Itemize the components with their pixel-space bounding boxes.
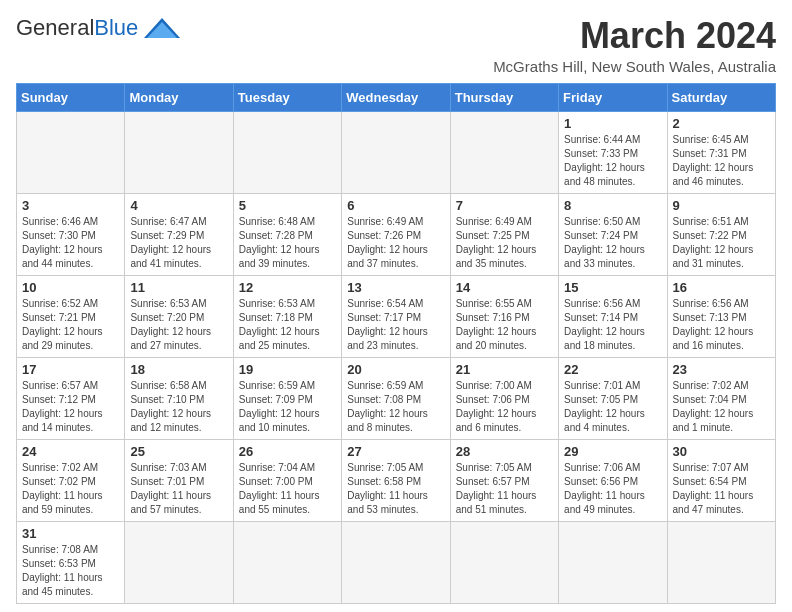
calendar-week-row: 1Sunrise: 6:44 AM Sunset: 7:33 PM Daylig… [17, 111, 776, 193]
day-info: Sunrise: 6:57 AM Sunset: 7:12 PM Dayligh… [22, 379, 119, 435]
day-number: 29 [564, 444, 661, 459]
calendar-week-row: 24Sunrise: 7:02 AM Sunset: 7:02 PM Dayli… [17, 439, 776, 521]
day-info: Sunrise: 6:48 AM Sunset: 7:28 PM Dayligh… [239, 215, 336, 271]
calendar-cell [233, 111, 341, 193]
day-number: 26 [239, 444, 336, 459]
day-number: 5 [239, 198, 336, 213]
logo-blue: Blue [94, 15, 138, 40]
weekday-header-monday: Monday [125, 83, 233, 111]
page-container: GeneralBlue March 2024 McGraths Hill, Ne… [16, 16, 776, 604]
calendar-cell: 23Sunrise: 7:02 AM Sunset: 7:04 PM Dayli… [667, 357, 775, 439]
calendar-cell: 15Sunrise: 6:56 AM Sunset: 7:14 PM Dayli… [559, 275, 667, 357]
calendar-cell [342, 111, 450, 193]
day-number: 18 [130, 362, 227, 377]
logo-general: General [16, 15, 94, 40]
day-info: Sunrise: 6:52 AM Sunset: 7:21 PM Dayligh… [22, 297, 119, 353]
day-info: Sunrise: 6:53 AM Sunset: 7:18 PM Dayligh… [239, 297, 336, 353]
calendar-cell: 22Sunrise: 7:01 AM Sunset: 7:05 PM Dayli… [559, 357, 667, 439]
calendar-week-row: 10Sunrise: 6:52 AM Sunset: 7:21 PM Dayli… [17, 275, 776, 357]
logo-area: GeneralBlue [16, 16, 182, 40]
header: GeneralBlue March 2024 McGraths Hill, Ne… [16, 16, 776, 75]
day-info: Sunrise: 7:05 AM Sunset: 6:58 PM Dayligh… [347, 461, 444, 517]
calendar-cell: 12Sunrise: 6:53 AM Sunset: 7:18 PM Dayli… [233, 275, 341, 357]
day-info: Sunrise: 6:55 AM Sunset: 7:16 PM Dayligh… [456, 297, 553, 353]
day-number: 20 [347, 362, 444, 377]
day-info: Sunrise: 6:59 AM Sunset: 7:09 PM Dayligh… [239, 379, 336, 435]
day-number: 3 [22, 198, 119, 213]
calendar-cell [17, 111, 125, 193]
day-number: 12 [239, 280, 336, 295]
calendar-cell: 31Sunrise: 7:08 AM Sunset: 6:53 PM Dayli… [17, 521, 125, 603]
day-number: 23 [673, 362, 770, 377]
day-number: 24 [22, 444, 119, 459]
day-info: Sunrise: 6:59 AM Sunset: 7:08 PM Dayligh… [347, 379, 444, 435]
day-info: Sunrise: 6:58 AM Sunset: 7:10 PM Dayligh… [130, 379, 227, 435]
calendar-cell: 4Sunrise: 6:47 AM Sunset: 7:29 PM Daylig… [125, 193, 233, 275]
calendar-cell: 14Sunrise: 6:55 AM Sunset: 7:16 PM Dayli… [450, 275, 558, 357]
day-info: Sunrise: 6:49 AM Sunset: 7:25 PM Dayligh… [456, 215, 553, 271]
day-info: Sunrise: 6:51 AM Sunset: 7:22 PM Dayligh… [673, 215, 770, 271]
calendar-cell: 18Sunrise: 6:58 AM Sunset: 7:10 PM Dayli… [125, 357, 233, 439]
day-info: Sunrise: 7:00 AM Sunset: 7:06 PM Dayligh… [456, 379, 553, 435]
day-info: Sunrise: 7:04 AM Sunset: 7:00 PM Dayligh… [239, 461, 336, 517]
day-number: 15 [564, 280, 661, 295]
calendar-cell: 16Sunrise: 6:56 AM Sunset: 7:13 PM Dayli… [667, 275, 775, 357]
weekday-header-sunday: Sunday [17, 83, 125, 111]
title-area: March 2024 McGraths Hill, New South Wale… [493, 16, 776, 75]
day-info: Sunrise: 7:05 AM Sunset: 6:57 PM Dayligh… [456, 461, 553, 517]
calendar-cell: 20Sunrise: 6:59 AM Sunset: 7:08 PM Dayli… [342, 357, 450, 439]
calendar-cell [450, 111, 558, 193]
day-number: 10 [22, 280, 119, 295]
day-info: Sunrise: 6:56 AM Sunset: 7:14 PM Dayligh… [564, 297, 661, 353]
calendar-cell: 28Sunrise: 7:05 AM Sunset: 6:57 PM Dayli… [450, 439, 558, 521]
calendar-header-row: SundayMondayTuesdayWednesdayThursdayFrid… [17, 83, 776, 111]
calendar-cell [450, 521, 558, 603]
day-info: Sunrise: 7:07 AM Sunset: 6:54 PM Dayligh… [673, 461, 770, 517]
day-info: Sunrise: 6:54 AM Sunset: 7:17 PM Dayligh… [347, 297, 444, 353]
calendar-cell: 30Sunrise: 7:07 AM Sunset: 6:54 PM Dayli… [667, 439, 775, 521]
calendar-cell [125, 521, 233, 603]
day-info: Sunrise: 6:46 AM Sunset: 7:30 PM Dayligh… [22, 215, 119, 271]
calendar-week-row: 17Sunrise: 6:57 AM Sunset: 7:12 PM Dayli… [17, 357, 776, 439]
day-info: Sunrise: 7:02 AM Sunset: 7:02 PM Dayligh… [22, 461, 119, 517]
calendar-cell: 19Sunrise: 6:59 AM Sunset: 7:09 PM Dayli… [233, 357, 341, 439]
calendar-week-row: 3Sunrise: 6:46 AM Sunset: 7:30 PM Daylig… [17, 193, 776, 275]
calendar-week-row: 31Sunrise: 7:08 AM Sunset: 6:53 PM Dayli… [17, 521, 776, 603]
day-number: 1 [564, 116, 661, 131]
calendar-cell: 25Sunrise: 7:03 AM Sunset: 7:01 PM Dayli… [125, 439, 233, 521]
month-title: March 2024 [493, 16, 776, 56]
day-info: Sunrise: 6:45 AM Sunset: 7:31 PM Dayligh… [673, 133, 770, 189]
day-number: 27 [347, 444, 444, 459]
day-number: 21 [456, 362, 553, 377]
day-info: Sunrise: 7:02 AM Sunset: 7:04 PM Dayligh… [673, 379, 770, 435]
day-info: Sunrise: 7:03 AM Sunset: 7:01 PM Dayligh… [130, 461, 227, 517]
day-number: 28 [456, 444, 553, 459]
weekday-header-thursday: Thursday [450, 83, 558, 111]
weekday-header-saturday: Saturday [667, 83, 775, 111]
day-number: 30 [673, 444, 770, 459]
logo-text: GeneralBlue [16, 16, 138, 40]
calendar-cell: 3Sunrise: 6:46 AM Sunset: 7:30 PM Daylig… [17, 193, 125, 275]
day-number: 19 [239, 362, 336, 377]
day-number: 16 [673, 280, 770, 295]
day-info: Sunrise: 6:44 AM Sunset: 7:33 PM Dayligh… [564, 133, 661, 189]
day-info: Sunrise: 7:01 AM Sunset: 7:05 PM Dayligh… [564, 379, 661, 435]
day-number: 6 [347, 198, 444, 213]
day-number: 4 [130, 198, 227, 213]
calendar-cell: 24Sunrise: 7:02 AM Sunset: 7:02 PM Dayli… [17, 439, 125, 521]
calendar-cell [125, 111, 233, 193]
logo-icon [142, 16, 182, 40]
logo-row: GeneralBlue [16, 16, 182, 40]
day-info: Sunrise: 7:08 AM Sunset: 6:53 PM Dayligh… [22, 543, 119, 599]
day-info: Sunrise: 6:53 AM Sunset: 7:20 PM Dayligh… [130, 297, 227, 353]
calendar-cell: 10Sunrise: 6:52 AM Sunset: 7:21 PM Dayli… [17, 275, 125, 357]
day-number: 8 [564, 198, 661, 213]
day-number: 25 [130, 444, 227, 459]
calendar-cell: 29Sunrise: 7:06 AM Sunset: 6:56 PM Dayli… [559, 439, 667, 521]
calendar-cell [667, 521, 775, 603]
calendar-cell: 9Sunrise: 6:51 AM Sunset: 7:22 PM Daylig… [667, 193, 775, 275]
calendar-cell: 8Sunrise: 6:50 AM Sunset: 7:24 PM Daylig… [559, 193, 667, 275]
calendar-cell: 6Sunrise: 6:49 AM Sunset: 7:26 PM Daylig… [342, 193, 450, 275]
day-info: Sunrise: 6:56 AM Sunset: 7:13 PM Dayligh… [673, 297, 770, 353]
calendar-cell: 1Sunrise: 6:44 AM Sunset: 7:33 PM Daylig… [559, 111, 667, 193]
